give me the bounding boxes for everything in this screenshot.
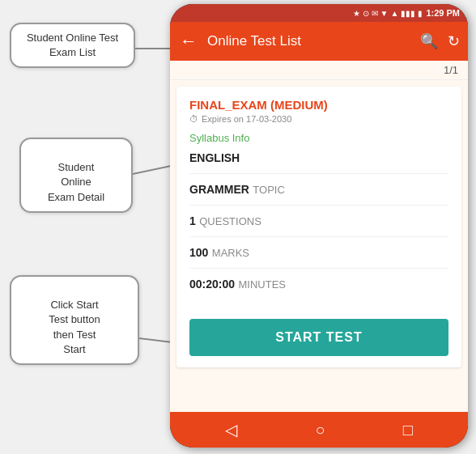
topic-row: GRAMMER TOPIC [189, 182, 448, 206]
t-label: MINUTES [239, 278, 287, 291]
t-value: 00:20:00 [189, 278, 235, 291]
refresh-icon[interactable]: ↻ [446, 31, 461, 52]
exam-expires: ⏱ Expires on 17-03-2030 [189, 114, 448, 124]
time-row: 00:20:00 MINUTES [189, 277, 448, 299]
nav-recents-button[interactable]: □ [390, 418, 426, 443]
back-button[interactable]: ← [176, 28, 201, 55]
m-count: 100 [189, 246, 208, 259]
annotation-start-test: Click Start Test button then Test Start [10, 275, 139, 365]
search-icon[interactable]: 🔍 [419, 31, 440, 52]
status-icons: ★ ⊙ ✉ ▼ ▲ ▮▮▮ ▮ [353, 9, 423, 18]
nav-back-button[interactable]: ◁ [212, 417, 250, 443]
exam-title: FINAL_EXAM (MEDIUM) [189, 98, 448, 112]
pagination-label: 1/1 [444, 64, 458, 76]
clock-icon: ⏱ [189, 114, 198, 124]
nav-actions: 🔍 ↻ [419, 31, 461, 52]
pagination-bar: 1/1 [170, 61, 468, 80]
marks-row: 100 MARKS [189, 245, 448, 269]
status-time: 1:29 PM [426, 8, 460, 18]
syllabus-link[interactable]: Syllabus Info [189, 132, 448, 144]
subject-row: ENGLISH [189, 151, 448, 174]
content-area: 1/1 FINAL_EXAM (MEDIUM) ⏱ Expires on 17-… [170, 61, 468, 412]
bottom-nav: ◁ ○ □ [170, 412, 468, 448]
nav-title: Online Test List [207, 33, 412, 49]
exam-card: FINAL_EXAM (MEDIUM) ⏱ Expires on 17-03-2… [176, 87, 461, 367]
status-bar: ★ ⊙ ✉ ▼ ▲ ▮▮▮ ▮ 1:29 PM [170, 4, 468, 22]
q-count: 1 [189, 214, 196, 227]
nav-bar: ← Online Test List 🔍 ↻ [170, 22, 468, 61]
subject-value: ENGLISH [189, 151, 240, 164]
phone-frame: ★ ⊙ ✉ ▼ ▲ ▮▮▮ ▮ 1:29 PM ← Online Test Li… [170, 4, 468, 448]
topic-text: TOPIC [253, 184, 285, 196]
q-label: QUESTIONS [199, 215, 261, 227]
nav-home-button[interactable]: ○ [302, 418, 338, 443]
topic-bold: GRAMMER [189, 183, 249, 196]
annotation-exam-detail: Student Online Exam Detail [19, 138, 133, 213]
annotation-exam-list: Student Online Test Exam List [10, 23, 135, 68]
m-label: MARKS [212, 247, 249, 259]
start-test-button[interactable]: START TEST [189, 319, 448, 356]
questions-row: 1 QUESTIONS [189, 214, 448, 237]
